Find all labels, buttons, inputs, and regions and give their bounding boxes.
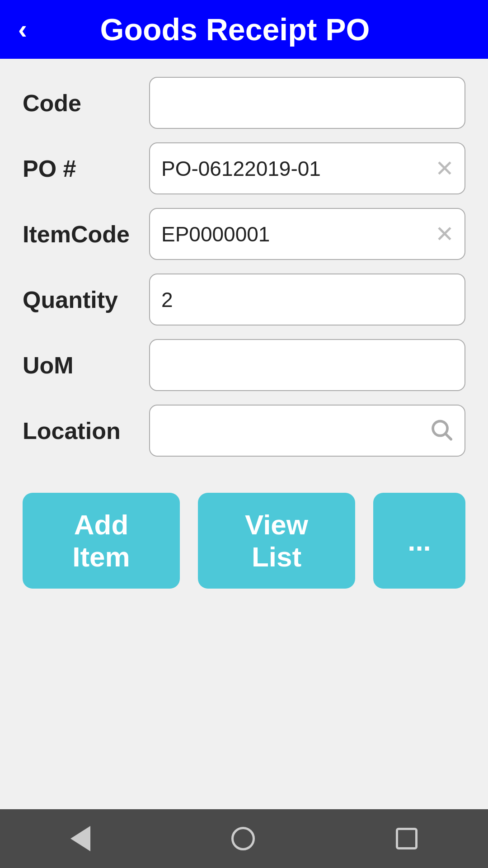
input-wrapper-location (149, 405, 465, 457)
code-input[interactable] (149, 77, 465, 129)
itemcode-input[interactable] (149, 208, 465, 260)
input-wrapper-itemcode: ✕ (149, 208, 465, 260)
uom-input[interactable] (149, 339, 465, 391)
po-input[interactable] (149, 142, 465, 194)
add-item-button[interactable]: Add Item (23, 493, 180, 589)
svg-line-1 (446, 434, 451, 439)
more-button[interactable]: ... (373, 493, 465, 589)
form-row-itemcode: ItemCode ✕ (23, 208, 465, 260)
input-wrapper-quantity (149, 274, 465, 326)
nav-back-icon[interactable] (70, 826, 90, 851)
header: ‹ Goods Receipt PO (0, 0, 488, 59)
form-row-uom: UoM (23, 339, 465, 391)
label-quantity: Quantity (23, 286, 149, 313)
label-uom: UoM (23, 352, 149, 379)
quantity-input[interactable] (149, 274, 465, 326)
form-row-code: Code (23, 77, 465, 129)
view-list-button[interactable]: View List (198, 493, 355, 589)
button-row: Add Item View List ... (23, 493, 465, 589)
back-button[interactable]: ‹ (18, 16, 27, 43)
po-clear-icon[interactable]: ✕ (435, 156, 454, 182)
label-code: Code (23, 90, 149, 117)
bottom-nav (0, 809, 488, 868)
input-wrapper-code (149, 77, 465, 129)
main-content: Code PO # ✕ ItemCode ✕ Quantity UoM (0, 59, 488, 809)
form-row-quantity: Quantity (23, 274, 465, 326)
form-row-po: PO # ✕ (23, 142, 465, 194)
nav-home-icon[interactable] (231, 827, 255, 850)
label-po: PO # (23, 155, 149, 182)
page-title: Goods Receipt PO (36, 12, 434, 47)
itemcode-clear-icon[interactable]: ✕ (435, 221, 454, 247)
location-search-icon[interactable] (429, 417, 454, 444)
location-input[interactable] (149, 405, 465, 457)
label-itemcode: ItemCode (23, 221, 149, 248)
input-wrapper-po: ✕ (149, 142, 465, 194)
nav-recents-icon[interactable] (396, 828, 418, 849)
label-location: Location (23, 417, 149, 444)
input-wrapper-uom (149, 339, 465, 391)
form-row-location: Location (23, 405, 465, 457)
